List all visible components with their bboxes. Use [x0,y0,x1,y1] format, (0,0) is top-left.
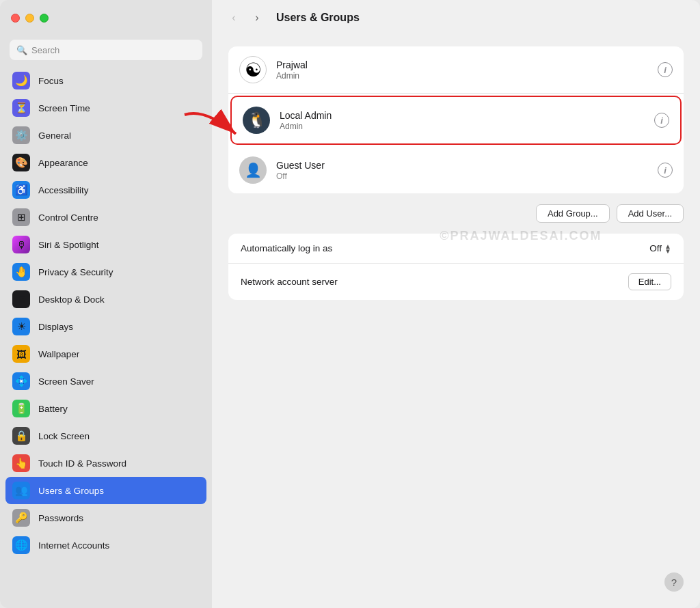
sidebar-item-screentime[interactable]: ⏳Screen Time [5,94,206,122]
settings-value-auto-login: Off▲▼ [649,243,671,253]
sidebar-item-label-siri: Siri & Spotlight [38,240,99,250]
sidebar-item-label-screensaver: Screen Saver [38,376,94,387]
settings-label-network-account: Network account server [241,277,338,287]
sidebar-item-label-focus: Focus [38,76,64,86]
sidebar-item-wallpaper[interactable]: 🖼Wallpaper [5,340,206,368]
sidebar-item-usersgroups[interactable]: 👥Users & Groups [5,477,206,504]
sidebar-item-privacy[interactable]: 🤚Privacy & Security [5,258,206,286]
privacy-icon: 🤚 [12,263,30,281]
passwords-icon: 🔑 [12,509,30,527]
add-user-button[interactable]: Add User... [617,204,684,223]
info-button-prajwal[interactable]: i [658,62,673,77]
sidebar-item-internet[interactable]: 🌐Internet Accounts [5,531,206,559]
sidebar-item-passwords[interactable]: 🔑Passwords [5,504,206,531]
user-role: Off [276,171,658,181]
sidebar-item-controlcentre[interactable]: ⊞Control Centre [5,204,206,231]
user-role: Admin [276,71,658,81]
usersgroups-icon: 👥 [12,482,30,499]
displays-icon: ☀ [12,318,30,335]
sidebar-item-accessibility[interactable]: ♿Accessibility [5,176,206,204]
sidebar-item-focus[interactable]: 🌙Focus [5,67,206,94]
focus-icon: 🌙 [12,72,30,89]
user-name: Local Admin [280,110,654,121]
sidebar-item-touchid[interactable]: 👆Touch ID & Password [5,450,206,477]
user-name: Guest User [276,160,658,171]
internet-icon: 🌐 [12,536,30,554]
user-name: Prajwal [276,59,658,70]
sidebar-item-label-appearance: Appearance [38,158,88,168]
forward-button[interactable]: › [249,10,265,26]
desktop-icon: 🖥 [12,290,30,308]
stepper-auto-login[interactable]: ▲▼ [664,244,671,253]
user-info: Guest UserOff [276,160,658,181]
user-row-guest-user[interactable]: 👤Guest UserOffi [228,147,684,193]
user-role: Admin [280,122,654,131]
sidebar-item-label-general: General [38,130,71,141]
sidebar-item-label-wallpaper: Wallpaper [38,349,79,359]
general-icon: ⚙️ [12,126,30,144]
user-avatar-local-admin: 🐧 [243,107,270,134]
sidebar-item-label-displays: Displays [38,322,73,332]
info-button-local-admin[interactable]: i [654,113,669,128]
main-header: ‹ › Users & Groups [212,0,700,36]
sidebar-item-label-controlcentre: Control Centre [38,212,98,223]
page-title: Users & Groups [276,12,360,24]
back-button[interactable]: ‹ [226,10,242,26]
minimize-button[interactable] [25,14,34,23]
user-row-local-admin[interactable]: 🐧Local AdminAdmini [230,96,682,145]
search-box[interactable]: 🔍 Search [10,40,202,60]
user-info: PrajwalAdmin [276,59,658,81]
screensaver-icon: 💠 [12,372,30,390]
settings-row-auto-login: Automatically log in asOff▲▼ [228,234,684,264]
sidebar-item-battery[interactable]: 🔋Battery [5,395,206,422]
siri-icon: 🎙 [12,236,30,253]
sidebar-item-label-screentime: Screen Time [38,103,90,113]
screentime-icon: ⏳ [12,99,30,117]
main-scrollable: ☯PrajwalAdmini🐧Local AdminAdmini👤Guest U… [212,36,700,608]
touchid-icon: 👆 [12,454,30,472]
sidebar-item-appearance[interactable]: 🎨Appearance [5,149,206,176]
sidebar-item-displays[interactable]: ☀Displays [5,313,206,340]
search-icon: 🔍 [16,45,27,55]
lockscreen-icon: 🔒 [12,427,30,445]
sidebar-item-label-privacy: Privacy & Security [38,267,113,277]
sidebar-item-label-desktop: Desktop & Dock [38,294,105,305]
sidebar-item-label-accessibility: Accessibility [38,185,89,195]
search-container: 🔍 Search [0,36,212,67]
close-button[interactable] [11,14,20,23]
sidebar: 🔍 Search 🌙Focus⏳Screen Time⚙️General🎨App… [0,0,212,608]
settings-value-network-account: Edit... [628,273,671,290]
edit-button-network-account[interactable]: Edit... [628,273,671,290]
sidebar-list: 🌙Focus⏳Screen Time⚙️General🎨Appearance♿A… [0,67,212,608]
sidebar-item-desktop[interactable]: 🖥Desktop & Dock [5,286,206,313]
sidebar-item-label-lockscreen: Lock Screen [38,431,90,441]
sidebar-item-siri[interactable]: 🎙Siri & Spotlight [5,231,206,258]
user-avatar-guest-user: 👤 [239,156,267,184]
actions-row: Add Group... Add User... [228,204,684,223]
titlebar [0,0,212,36]
user-avatar-prajwal: ☯ [239,56,267,83]
battery-icon: 🔋 [12,400,30,417]
user-row-prajwal[interactable]: ☯PrajwalAdmini [228,46,684,94]
sidebar-item-label-touchid: Touch ID & Password [38,458,126,469]
maximize-button[interactable] [40,14,49,23]
dropdown-value-auto-login: Off [649,243,662,253]
sidebar-item-label-usersgroups: Users & Groups [38,486,104,496]
user-info: Local AdminAdmin [280,110,654,131]
main-content: ‹ › Users & Groups ☯PrajwalAdmini🐧Local … [212,0,700,608]
settings-panel: Automatically log in asOff▲▼Network acco… [228,234,684,300]
search-placeholder: Search [31,45,59,55]
sidebar-item-lockscreen[interactable]: 🔒Lock Screen [5,422,206,450]
sidebar-item-label-battery: Battery [38,404,68,414]
help-button[interactable]: ? [664,572,684,592]
add-group-button[interactable]: Add Group... [536,204,610,223]
wallpaper-icon: 🖼 [12,345,30,363]
appearance-icon: 🎨 [12,154,30,171]
sidebar-item-general[interactable]: ⚙️General [5,122,206,149]
accessibility-icon: ♿ [12,181,30,199]
settings-row-network-account: Network account serverEdit... [228,264,684,300]
sidebar-item-screensaver[interactable]: 💠Screen Saver [5,368,206,395]
info-button-guest-user[interactable]: i [658,163,673,178]
settings-label-auto-login: Automatically log in as [241,243,332,253]
users-panel: ☯PrajwalAdmini🐧Local AdminAdmini👤Guest U… [228,46,684,193]
